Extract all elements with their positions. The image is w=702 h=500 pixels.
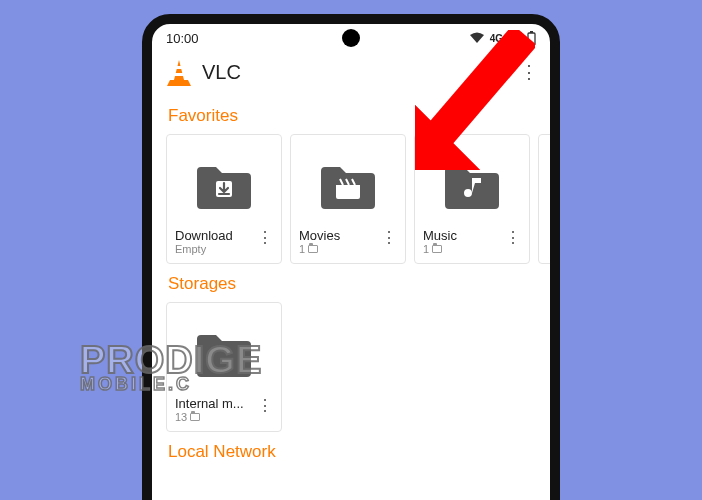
app-bar: VLC ⋮ xyxy=(152,52,550,96)
network-label: 4G xyxy=(490,33,503,44)
favorite-card-movies[interactable]: Movies 1 ⋮ xyxy=(290,134,406,264)
card-subtitle: 1 xyxy=(423,243,429,255)
card-menu-button[interactable]: ⋮ xyxy=(257,396,273,414)
card-subtitle: 13 xyxy=(175,411,187,423)
card-title: Internal m... xyxy=(175,396,253,411)
svg-rect-0 xyxy=(528,33,535,45)
favorite-card-extra[interactable] xyxy=(538,134,550,264)
card-menu-button[interactable]: ⋮ xyxy=(505,228,521,246)
card-menu-button[interactable]: ⋮ xyxy=(257,228,273,246)
battery-icon xyxy=(527,31,536,45)
svg-rect-1 xyxy=(530,31,533,33)
status-time: 10:00 xyxy=(166,31,199,46)
folder-icon xyxy=(194,331,254,379)
overflow-menu-button[interactable]: ⋮ xyxy=(520,63,536,81)
signal-icon xyxy=(508,32,522,44)
folder-count-icon xyxy=(190,413,200,421)
app-title: VLC xyxy=(202,61,510,84)
wifi-icon xyxy=(469,32,485,44)
card-subtitle: 1 xyxy=(299,243,305,255)
favorite-card-music[interactable]: Music 1 ⋮ xyxy=(414,134,530,264)
favorites-row: Download Empty ⋮ Movies 1 xyxy=(152,134,550,264)
card-title: Download xyxy=(175,228,253,243)
camera-punchhole xyxy=(342,29,360,47)
card-title: Music xyxy=(423,228,501,243)
section-title-storages: Storages xyxy=(152,264,550,302)
svg-rect-2 xyxy=(175,66,182,69)
svg-rect-3 xyxy=(174,73,184,76)
folder-movies-icon xyxy=(318,163,378,211)
card-subtitle: Empty xyxy=(175,243,206,255)
folder-music-icon xyxy=(442,163,502,211)
section-title-localnetwork: Local Network xyxy=(152,432,550,470)
favorite-card-download[interactable]: Download Empty ⋮ xyxy=(166,134,282,264)
folder-count-icon xyxy=(308,245,318,253)
card-title: Movies xyxy=(299,228,377,243)
folder-download-icon xyxy=(194,163,254,211)
storages-row: Internal m... 13 ⋮ xyxy=(152,302,550,432)
folder-count-icon xyxy=(432,245,442,253)
storage-card-internal[interactable]: Internal m... 13 ⋮ xyxy=(166,302,282,432)
section-title-favorites: Favorites xyxy=(152,96,550,134)
phone-frame: 10:00 4G VLC ⋮ Favorites xyxy=(142,14,560,500)
vlc-cone-icon xyxy=(166,58,192,86)
card-menu-button[interactable]: ⋮ xyxy=(381,228,397,246)
